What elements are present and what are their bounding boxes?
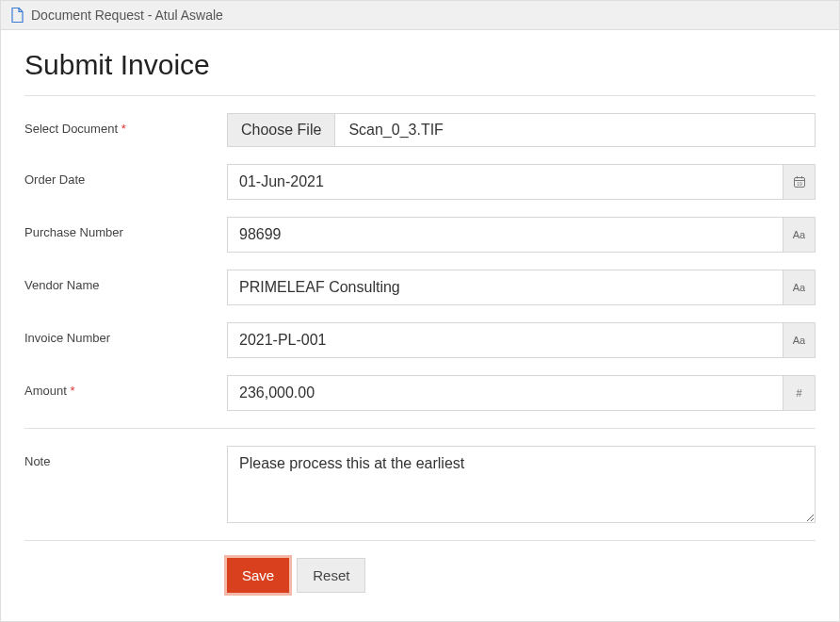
- invoice-number-input[interactable]: [227, 322, 783, 358]
- label-amount: Amount *: [24, 375, 227, 398]
- row-select-document: Select Document * Choose File Scan_0_3.T…: [24, 113, 816, 147]
- divider: [24, 540, 816, 541]
- divider: [24, 95, 816, 96]
- header-bar: Document Request - Atul Aswale: [1, 1, 839, 30]
- label-purchase-number: Purchase Number: [24, 217, 227, 239]
- divider: [24, 428, 816, 429]
- selected-filename: Scan_0_3.TIF: [335, 114, 457, 146]
- row-purchase-number: Purchase Number Aa: [24, 217, 816, 253]
- amount-input[interactable]: [227, 375, 783, 411]
- label-vendor-name: Vendor Name: [24, 270, 227, 292]
- file-input[interactable]: Choose File Scan_0_3.TIF: [227, 113, 816, 147]
- button-row: Save Reset: [227, 558, 816, 593]
- text-type-icon: Aa: [783, 322, 816, 358]
- row-amount: Amount * #: [24, 375, 816, 411]
- form-container: Document Request - Atul Aswale Submit In…: [0, 0, 840, 622]
- purchase-number-input[interactable]: [227, 217, 783, 253]
- text-type-icon: Aa: [783, 270, 816, 305]
- row-invoice-number: Invoice Number Aa: [24, 322, 816, 358]
- save-button[interactable]: Save: [227, 558, 289, 593]
- row-note: Note: [24, 446, 816, 523]
- calendar-icon[interactable]: 19: [783, 164, 816, 200]
- header-title: Document Request - Atul Aswale: [31, 8, 223, 23]
- vendor-name-input[interactable]: [227, 270, 783, 305]
- row-vendor-name: Vendor Name Aa: [24, 270, 816, 305]
- svg-text:19: 19: [797, 181, 802, 187]
- label-order-date: Order Date: [24, 164, 227, 187]
- reset-button[interactable]: Reset: [297, 558, 365, 593]
- label-note: Note: [24, 446, 227, 468]
- row-order-date: Order Date 19: [24, 164, 816, 200]
- page-title: Submit Invoice: [24, 49, 816, 81]
- text-type-icon: Aa: [783, 217, 816, 253]
- label-invoice-number: Invoice Number: [24, 322, 227, 345]
- content-area: Submit Invoice Select Document * Choose …: [1, 30, 839, 621]
- note-textarea[interactable]: [227, 446, 816, 523]
- number-type-icon: #: [783, 375, 816, 411]
- label-select-document: Select Document *: [24, 113, 227, 136]
- choose-file-button[interactable]: Choose File: [228, 114, 335, 146]
- document-icon: [10, 8, 24, 23]
- order-date-input[interactable]: [227, 164, 783, 200]
